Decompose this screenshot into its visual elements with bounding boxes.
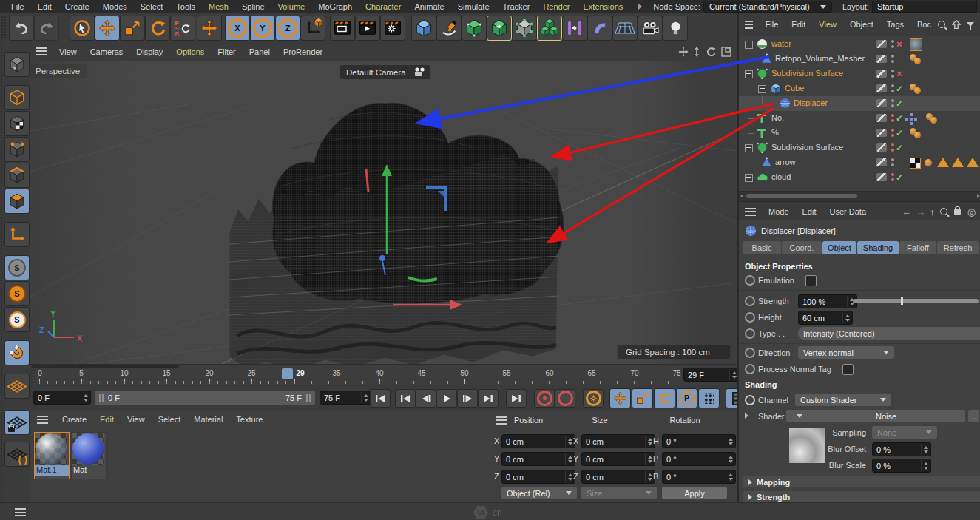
sampling-select[interactable]: None	[872, 426, 937, 439]
coordinate-system-button[interactable]	[300, 16, 325, 41]
no-phong-tag[interactable]	[926, 113, 938, 124]
arrow-triangle-tag-3[interactable]	[967, 158, 979, 167]
snap-settings-button[interactable]: S	[4, 281, 30, 306]
type-select[interactable]: Intensity (Centered)	[798, 327, 980, 340]
render-view-button[interactable]	[330, 16, 355, 41]
am-back-icon[interactable]: ←	[902, 206, 911, 217]
point-mode-button[interactable]	[4, 137, 30, 162]
om-menu-edit[interactable]: Edit	[785, 20, 812, 29]
object-row-retopo[interactable]: Retopo_Volume_Mesher	[739, 52, 980, 67]
object-row-arrow[interactable]: arrow	[739, 155, 980, 170]
strength-slider[interactable]	[853, 299, 979, 303]
menu-character[interactable]: Character	[359, 2, 408, 11]
menu-mesh[interactable]: Mesh	[202, 2, 235, 11]
object-row-percent[interactable]: % ✓	[739, 126, 980, 141]
range-start-field[interactable]: 0 F	[33, 391, 91, 405]
channel-select[interactable]: Custom Shader	[795, 394, 891, 406]
viewport-pan-icon[interactable]	[678, 47, 689, 57]
live-selection-tool[interactable]	[70, 16, 95, 41]
sds1-disabled-icon[interactable]: ×	[896, 69, 902, 78]
make-editable-button[interactable]	[4, 52, 30, 77]
add-deformer-ffd-button[interactable]	[512, 16, 537, 41]
am-forward-icon[interactable]: →	[916, 206, 925, 217]
rotate-tool[interactable]	[145, 16, 170, 41]
sds2-edit-tag[interactable]	[876, 143, 887, 152]
menu-file[interactable]: File	[4, 2, 31, 11]
object-manager-menu-icon[interactable]	[745, 21, 753, 29]
lock-workplane-button[interactable]	[4, 410, 30, 435]
strength-anim-dot[interactable]	[745, 296, 755, 306]
no-enabled-icon[interactable]: ✓	[896, 114, 903, 123]
add-floor-button[interactable]	[612, 16, 638, 41]
add-light-button[interactable]	[663, 16, 688, 41]
menu-select[interactable]: Select	[134, 2, 170, 11]
tab-refresh[interactable]: Refresh	[937, 241, 979, 254]
last-tool-move[interactable]	[197, 16, 222, 41]
viewport-menu-prorender[interactable]: ProRender	[277, 47, 329, 56]
material-menu-create[interactable]: Create	[55, 415, 93, 424]
menu-edit[interactable]: Edit	[31, 2, 58, 11]
percent-enabled-icon[interactable]: ✓	[896, 129, 903, 138]
autokey-button[interactable]	[555, 389, 575, 408]
object-row-displacer[interactable]: Displacer ✓	[739, 96, 980, 111]
cube-phong-tag[interactable]	[910, 84, 922, 94]
mapping-group[interactable]: Mapping	[743, 476, 980, 487]
viewport-menu-icon[interactable]	[36, 47, 47, 55]
viewport-dolly-icon[interactable]	[693, 47, 700, 57]
viewport-menu-panel[interactable]: Panel	[243, 47, 277, 56]
tab-coord[interactable]: Coord.	[782, 241, 822, 254]
menu-tracker[interactable]: Tracker	[496, 2, 537, 11]
add-spline-pen-button[interactable]	[436, 16, 462, 41]
material-menu-edit[interactable]: Edit	[93, 415, 121, 424]
polygon-mode-button[interactable]	[4, 189, 30, 214]
panel-collapse-icon[interactable]	[638, 4, 642, 10]
process-normal-checkbox[interactable]	[842, 364, 854, 375]
menu-extensions[interactable]: Extensions	[576, 2, 629, 11]
viewport[interactable]: Default Camera Perspective Grid Spacing …	[30, 61, 737, 364]
object-row-cloud[interactable]: cloud ✓	[739, 170, 980, 185]
menu-tools[interactable]: Tools	[169, 2, 202, 11]
object-row-no[interactable]: No. ✓	[739, 111, 980, 126]
material-menu-select[interactable]: Select	[152, 415, 188, 424]
am-target-icon[interactable]: ◎	[967, 206, 976, 217]
object-row-water[interactable]: water ×	[739, 37, 980, 52]
add-subdivision-surface-button[interactable]	[462, 16, 487, 41]
apply-button[interactable]: Apply	[662, 487, 727, 499]
range-end-field[interactable]: 75 F	[320, 391, 371, 405]
emulation-checkbox[interactable]	[805, 275, 817, 286]
displacer-edit-tag[interactable]	[876, 99, 887, 107]
viewport-rotate-icon[interactable]	[706, 47, 716, 57]
planar-workplane-button[interactable]	[4, 442, 30, 467]
range-slider[interactable]: 0 F 75 F	[95, 391, 315, 405]
current-frame-marker[interactable]	[282, 368, 293, 379]
channel-anim-dot[interactable]	[745, 395, 755, 405]
cube-enabled-icon[interactable]: ✓	[896, 84, 903, 93]
workplane-button[interactable]	[4, 374, 30, 399]
displacer-enabled-icon[interactable]: ✓	[896, 99, 903, 108]
model-mode-button[interactable]	[4, 85, 30, 110]
am-menu-mode[interactable]: Mode	[762, 207, 796, 216]
rotation-b-field[interactable]: 0 °	[662, 470, 736, 484]
goto-end-button[interactable]	[506, 389, 527, 408]
material-swatch-mat[interactable]: Mat	[71, 432, 107, 479]
add-bend-deformer-button[interactable]	[587, 16, 612, 41]
timeline-ruler[interactable]: 0 5 10 15 20 25 35 40 45 50 55 60 65 70 …	[30, 364, 737, 386]
move-tool[interactable]	[95, 16, 120, 41]
om-menu-tags[interactable]: Tags	[880, 20, 910, 29]
retopo-phong-tag[interactable]	[910, 54, 922, 64]
viewport-menu-view[interactable]: View	[53, 47, 84, 56]
viewport-maximize-icon[interactable]	[721, 47, 731, 57]
key-position-toggle[interactable]	[609, 388, 631, 408]
material-name-mat1[interactable]: Mat.1	[35, 465, 69, 476]
process-normal-anim-dot[interactable]	[745, 364, 755, 374]
percent-edit-tag[interactable]	[876, 129, 887, 137]
edge-mode-button[interactable]	[4, 163, 30, 188]
shader-expand-icon[interactable]	[745, 413, 748, 419]
goto-start-button[interactable]	[370, 389, 391, 408]
coordinate-mode-select[interactable]: Object (Rel)	[501, 487, 577, 499]
arrow-phong-tag[interactable]	[925, 159, 932, 166]
cloud-enabled-icon[interactable]: ✓	[896, 173, 903, 182]
timeline-scrollbar[interactable]	[31, 365, 179, 368]
next-frame-button[interactable]	[457, 389, 478, 408]
om-menu-file[interactable]: File	[759, 20, 785, 29]
